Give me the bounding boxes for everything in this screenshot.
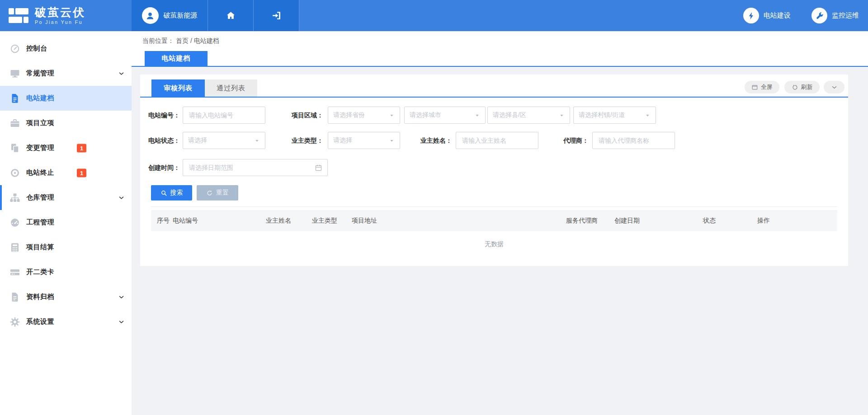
breadcrumb-link-1[interactable]: 电站建档 [194,37,219,44]
brand-title: 破茧云伏 [35,6,85,18]
sidebar-item-system-settings[interactable]: 系统设置 [0,309,132,334]
owner-type-select[interactable]: 请选择 [328,132,400,149]
station-status-label: 电站状态： [140,132,180,149]
sidebar-item-data-archive[interactable]: 资料归档 [0,284,132,309]
sidebar-item-general-mgmt[interactable]: 常规管理 [0,61,132,86]
caret-down-icon [254,138,260,144]
gauge-icon [9,217,20,228]
owner-name-field [456,132,538,149]
caret-down-icon [389,138,395,144]
dashboard-icon [9,43,20,54]
header-nav-station-construction[interactable]: 电站建设 [743,8,791,23]
table-column-8: 操作 [757,210,770,231]
date-range-field[interactable] [183,159,328,176]
card-icon [9,267,20,278]
region-select-3[interactable]: 请选择村镇/街道 [573,107,656,124]
page-tab-station-archive[interactable]: 电站建档 [145,51,208,66]
sidebar: 控制台 常规管理 电站建档 项目立项 变更管理 1 电站终止 1 仓库管理 [0,31,132,415]
table-top-border [151,206,837,207]
notification-badge: 1 [77,168,86,177]
reset-button[interactable]: 重置 [197,185,238,201]
top-header: 破茧云伏 Po Jian Yun Fu 破茧新能源 电站建设 监控运维 [0,0,868,31]
target-icon [9,168,20,178]
document-icon [9,93,20,104]
tab-underline [140,97,848,98]
caret-down-icon [645,112,651,118]
fullscreen-icon [751,84,758,91]
owner-type-label: 业主类型： [283,132,323,149]
agent-field [592,132,675,149]
table-column-7: 状态 [703,210,716,231]
region-select-0[interactable]: 请选择省份 [328,107,400,124]
sidebar-item-project-initiation[interactable]: 项目立项 [0,111,132,135]
company-name: 破茧新能源 [164,11,198,20]
user-avatar-icon [142,7,159,24]
breadcrumb-link-0[interactable]: 首页 [176,37,189,44]
search-icon [160,190,167,196]
caret-down-icon [474,112,480,118]
search-button[interactable]: 搜索 [151,185,192,201]
breadcrumb-strip: 当前位置： 首页 / 电站建档 电站建档 [132,31,868,67]
region-select-1[interactable]: 请选择城市 [404,107,486,124]
calendar-icon [315,164,322,172]
main-panel: 审核列表通过列表 全屏 刷新 电站编号： 项目区域： 请选择省份 请选择城市 请… [140,75,848,266]
sidebar-item-station-archive[interactable]: 电站建档 [0,86,132,111]
sidebar-item-change-mgmt[interactable]: 变更管理 1 [0,135,132,160]
table-column-3: 业主类型 [312,210,337,231]
app-root: 破茧云伏 Po Jian Yun Fu 破茧新能源 电站建设 监控运维 [0,0,868,415]
caret-down-icon [389,112,395,118]
monitor-icon [9,68,20,79]
logout-button[interactable] [254,0,299,31]
brand-subtitle: Po Jian Yun Fu [35,19,85,25]
chevron-down-icon [118,318,125,325]
created-time-label: 创建时间： [140,159,180,176]
table-column-5: 服务代理商 [566,210,598,231]
brand-logo-icon [8,8,29,24]
lightning-icon [743,8,759,23]
collapse-button[interactable] [824,81,844,93]
agent-label: 代理商： [549,132,589,149]
panel-tab-0[interactable]: 审核列表 [151,79,205,97]
agent-input[interactable] [598,136,670,145]
file-icon [9,292,20,303]
notification-badge: 1 [77,144,86,152]
table-column-4: 项目地址 [352,210,377,231]
sidebar-item-second-class-card[interactable]: 开二类卡 [0,260,132,284]
station-status-select[interactable]: 请选择 [183,132,265,149]
pages-icon [9,143,20,154]
table-empty-state: 无数据 [151,231,837,257]
fullscreen-button[interactable]: 全屏 [745,81,779,93]
refresh-button[interactable]: 刷新 [784,81,820,93]
home-icon [226,10,236,21]
header-right-nav: 电站建设 监控运维 [743,0,868,31]
gear-icon [9,317,20,327]
user-menu[interactable]: 破茧新能源 [132,0,208,31]
region-label: 项目区域： [283,107,323,124]
briefcase-icon [9,118,20,129]
sidebar-item-console[interactable]: 控制台 [0,36,132,61]
owner-name-label: 业主姓名： [412,132,452,149]
calculator-icon [9,242,20,253]
sidebar-item-engineering-mgmt[interactable]: 工程管理 [0,210,132,235]
table-header: 序号电站编号业主姓名业主类型项目地址服务代理商创建日期状态操作 [151,210,837,231]
station-no-input[interactable] [188,111,260,119]
station-no-label: 电站编号： [140,107,180,124]
sign-in-icon [271,10,282,21]
panel-tab-1[interactable]: 通过列表 [205,79,257,97]
date-range-input[interactable] [188,163,311,172]
header-spacer [299,0,743,31]
breadcrumb-separator: / [189,37,194,44]
chevron-down-icon [118,70,125,77]
chevron-down-icon [831,84,838,91]
header-nav-monitoring-ops[interactable]: 监控运维 [811,8,859,23]
region-select-2[interactable]: 请选择县/区 [487,107,570,124]
sidebar-item-warehouse-mgmt[interactable]: 仓库管理 [0,185,132,210]
owner-name-input[interactable] [461,136,533,145]
home-button[interactable] [208,0,254,31]
station-no-field [183,107,265,124]
table-column-1: 电站编号 [173,210,198,231]
header-dark-group: 破茧新能源 [132,0,299,31]
sidebar-item-project-settlement[interactable]: 项目结算 [0,235,132,260]
sidebar-item-station-termination[interactable]: 电站终止 1 [0,160,132,185]
caret-down-icon [559,112,565,118]
